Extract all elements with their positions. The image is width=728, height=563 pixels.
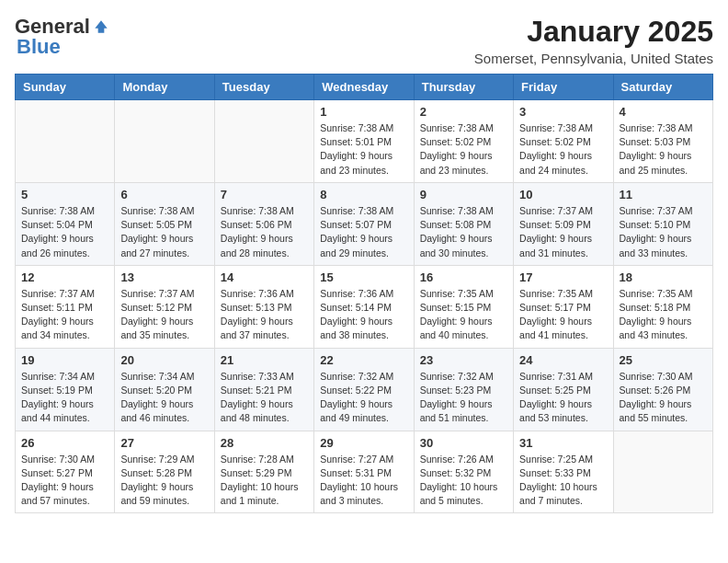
day-info: Sunrise: 7:38 AM Sunset: 5:06 PM Dayligh… — [221, 204, 308, 260]
day-number: 27 — [120, 436, 208, 450]
page-header: General Blue January 2025 Somerset, Penn… — [15, 15, 713, 66]
day-info: Sunrise: 7:37 AM Sunset: 5:12 PM Dayligh… — [120, 287, 208, 343]
logo: General Blue — [15, 15, 110, 59]
calendar-cell: 25Sunrise: 7:30 AM Sunset: 5:26 PM Dayli… — [613, 348, 712, 431]
weekday-header-row: SundayMondayTuesdayWednesdayThursdayFrid… — [16, 75, 713, 100]
day-info: Sunrise: 7:28 AM Sunset: 5:29 PM Dayligh… — [221, 453, 308, 509]
day-number: 9 — [420, 188, 507, 201]
day-number: 31 — [519, 436, 607, 450]
calendar-cell: 9Sunrise: 7:38 AM Sunset: 5:08 PM Daylig… — [414, 182, 513, 265]
calendar-cell: 12Sunrise: 7:37 AM Sunset: 5:11 PM Dayli… — [16, 265, 115, 348]
day-number: 11 — [620, 188, 707, 201]
calendar-cell: 22Sunrise: 7:32 AM Sunset: 5:22 PM Dayli… — [314, 348, 414, 431]
day-info: Sunrise: 7:37 AM Sunset: 5:09 PM Dayligh… — [519, 204, 607, 260]
day-info: Sunrise: 7:32 AM Sunset: 5:23 PM Dayligh… — [420, 370, 507, 426]
day-number: 4 — [620, 105, 707, 119]
calendar-cell — [115, 100, 214, 183]
day-info: Sunrise: 7:32 AM Sunset: 5:22 PM Dayligh… — [320, 370, 407, 426]
day-number: 24 — [519, 353, 607, 367]
day-number: 19 — [21, 353, 108, 367]
calendar-cell: 19Sunrise: 7:34 AM Sunset: 5:19 PM Dayli… — [16, 348, 115, 431]
day-number: 30 — [420, 436, 507, 450]
weekday-header-saturday: Saturday — [613, 75, 712, 100]
calendar-cell: 27Sunrise: 7:29 AM Sunset: 5:28 PM Dayli… — [115, 431, 214, 513]
calendar-week-2: 5Sunrise: 7:38 AM Sunset: 5:04 PM Daylig… — [16, 182, 713, 265]
weekday-header-tuesday: Tuesday — [214, 75, 313, 100]
day-number: 8 — [320, 188, 407, 201]
calendar-cell: 6Sunrise: 7:38 AM Sunset: 5:05 PM Daylig… — [115, 182, 214, 265]
day-number: 5 — [21, 188, 108, 201]
calendar-cell: 3Sunrise: 7:38 AM Sunset: 5:02 PM Daylig… — [514, 100, 613, 183]
calendar-cell: 26Sunrise: 7:30 AM Sunset: 5:27 PM Dayli… — [16, 431, 115, 513]
day-number: 17 — [519, 270, 607, 284]
day-number: 7 — [221, 188, 308, 201]
calendar-body: 1Sunrise: 7:38 AM Sunset: 5:01 PM Daylig… — [16, 100, 713, 513]
calendar-cell: 7Sunrise: 7:38 AM Sunset: 5:06 PM Daylig… — [214, 182, 313, 265]
weekday-header-sunday: Sunday — [16, 75, 115, 100]
day-info: Sunrise: 7:34 AM Sunset: 5:20 PM Dayligh… — [120, 370, 208, 426]
location: Somerset, Pennsylvania, United States — [474, 51, 713, 66]
calendar-cell: 13Sunrise: 7:37 AM Sunset: 5:12 PM Dayli… — [115, 265, 214, 348]
day-number: 18 — [620, 270, 707, 284]
weekday-header-friday: Friday — [514, 75, 613, 100]
day-info: Sunrise: 7:31 AM Sunset: 5:25 PM Dayligh… — [519, 370, 607, 426]
calendar-cell: 11Sunrise: 7:37 AM Sunset: 5:10 PM Dayli… — [613, 182, 712, 265]
month-title: January 2025 — [474, 15, 713, 49]
day-number: 16 — [420, 270, 507, 284]
day-number: 10 — [519, 188, 607, 201]
calendar-cell: 17Sunrise: 7:35 AM Sunset: 5:17 PM Dayli… — [514, 265, 613, 348]
weekday-header-wednesday: Wednesday — [314, 75, 414, 100]
day-number: 1 — [320, 105, 407, 119]
day-info: Sunrise: 7:26 AM Sunset: 5:32 PM Dayligh… — [420, 453, 507, 509]
day-number: 28 — [221, 436, 308, 450]
day-info: Sunrise: 7:38 AM Sunset: 5:05 PM Dayligh… — [120, 204, 208, 260]
calendar-cell: 20Sunrise: 7:34 AM Sunset: 5:20 PM Dayli… — [115, 348, 214, 431]
calendar-cell: 8Sunrise: 7:38 AM Sunset: 5:07 PM Daylig… — [314, 182, 414, 265]
calendar-table: SundayMondayTuesdayWednesdayThursdayFrid… — [15, 74, 713, 513]
calendar-cell: 16Sunrise: 7:35 AM Sunset: 5:15 PM Dayli… — [414, 265, 513, 348]
day-info: Sunrise: 7:33 AM Sunset: 5:21 PM Dayligh… — [221, 370, 308, 426]
calendar-cell: 24Sunrise: 7:31 AM Sunset: 5:25 PM Dayli… — [514, 348, 613, 431]
day-info: Sunrise: 7:38 AM Sunset: 5:02 PM Dayligh… — [519, 121, 607, 178]
day-number: 12 — [21, 270, 108, 284]
day-info: Sunrise: 7:38 AM Sunset: 5:07 PM Dayligh… — [320, 204, 407, 260]
calendar-cell: 18Sunrise: 7:35 AM Sunset: 5:18 PM Dayli… — [613, 265, 712, 348]
calendar-cell: 2Sunrise: 7:38 AM Sunset: 5:02 PM Daylig… — [414, 100, 513, 183]
day-info: Sunrise: 7:37 AM Sunset: 5:11 PM Dayligh… — [21, 287, 108, 343]
day-number: 13 — [120, 270, 208, 284]
calendar-cell: 28Sunrise: 7:28 AM Sunset: 5:29 PM Dayli… — [214, 431, 313, 513]
day-info: Sunrise: 7:29 AM Sunset: 5:28 PM Dayligh… — [120, 453, 208, 509]
day-number: 15 — [320, 270, 407, 284]
calendar-cell — [214, 100, 313, 183]
day-info: Sunrise: 7:38 AM Sunset: 5:04 PM Dayligh… — [21, 204, 108, 260]
day-info: Sunrise: 7:30 AM Sunset: 5:26 PM Dayligh… — [620, 370, 707, 426]
day-info: Sunrise: 7:36 AM Sunset: 5:13 PM Dayligh… — [221, 287, 308, 343]
calendar-cell — [613, 431, 712, 513]
calendar-cell: 23Sunrise: 7:32 AM Sunset: 5:23 PM Dayli… — [414, 348, 513, 431]
calendar-cell: 21Sunrise: 7:33 AM Sunset: 5:21 PM Dayli… — [214, 348, 313, 431]
day-number: 2 — [420, 105, 507, 119]
day-info: Sunrise: 7:35 AM Sunset: 5:15 PM Dayligh… — [420, 287, 507, 343]
day-info: Sunrise: 7:25 AM Sunset: 5:33 PM Dayligh… — [519, 453, 607, 509]
day-number: 6 — [120, 188, 208, 201]
calendar-cell: 29Sunrise: 7:27 AM Sunset: 5:31 PM Dayli… — [314, 431, 414, 513]
calendar-cell: 4Sunrise: 7:38 AM Sunset: 5:03 PM Daylig… — [613, 100, 712, 183]
day-info: Sunrise: 7:30 AM Sunset: 5:27 PM Dayligh… — [21, 453, 108, 509]
day-info: Sunrise: 7:35 AM Sunset: 5:18 PM Dayligh… — [620, 287, 707, 343]
calendar-cell: 30Sunrise: 7:26 AM Sunset: 5:32 PM Dayli… — [414, 431, 513, 513]
calendar-week-1: 1Sunrise: 7:38 AM Sunset: 5:01 PM Daylig… — [16, 100, 713, 183]
day-info: Sunrise: 7:38 AM Sunset: 5:08 PM Dayligh… — [420, 204, 507, 260]
day-info: Sunrise: 7:35 AM Sunset: 5:17 PM Dayligh… — [519, 287, 607, 343]
calendar-cell: 14Sunrise: 7:36 AM Sunset: 5:13 PM Dayli… — [214, 265, 313, 348]
calendar-cell: 5Sunrise: 7:38 AM Sunset: 5:04 PM Daylig… — [16, 182, 115, 265]
day-number: 22 — [320, 353, 407, 367]
calendar-week-4: 19Sunrise: 7:34 AM Sunset: 5:19 PM Dayli… — [16, 348, 713, 431]
weekday-header-monday: Monday — [115, 75, 214, 100]
calendar-cell: 31Sunrise: 7:25 AM Sunset: 5:33 PM Dayli… — [514, 431, 613, 513]
day-number: 3 — [519, 105, 607, 119]
title-area: January 2025 Somerset, Pennsylvania, Uni… — [474, 15, 713, 66]
calendar-cell: 1Sunrise: 7:38 AM Sunset: 5:01 PM Daylig… — [314, 100, 414, 183]
day-info: Sunrise: 7:27 AM Sunset: 5:31 PM Dayligh… — [320, 453, 407, 509]
day-info: Sunrise: 7:37 AM Sunset: 5:10 PM Dayligh… — [620, 204, 707, 260]
calendar-week-5: 26Sunrise: 7:30 AM Sunset: 5:27 PM Dayli… — [16, 431, 713, 513]
